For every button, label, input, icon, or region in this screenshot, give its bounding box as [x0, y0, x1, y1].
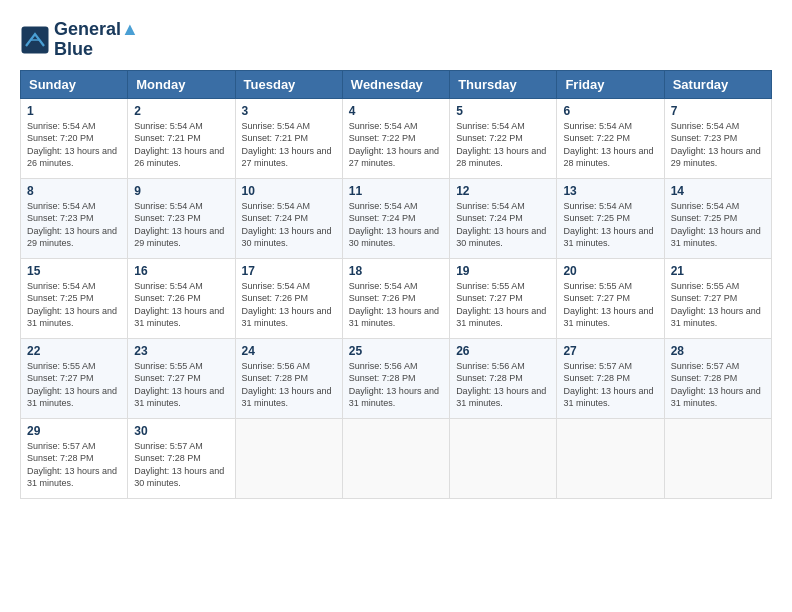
day-info: Sunrise: 5:54 AM Sunset: 7:23 PM Dayligh…	[27, 200, 121, 250]
logo: General▲ Blue	[20, 20, 139, 60]
calendar-cell: 18 Sunrise: 5:54 AM Sunset: 7:26 PM Dayl…	[342, 258, 449, 338]
day-number: 7	[671, 104, 765, 118]
day-info: Sunrise: 5:54 AM Sunset: 7:23 PM Dayligh…	[134, 200, 228, 250]
calendar-cell: 6 Sunrise: 5:54 AM Sunset: 7:22 PM Dayli…	[557, 98, 664, 178]
calendar-cell: 14 Sunrise: 5:54 AM Sunset: 7:25 PM Dayl…	[664, 178, 771, 258]
day-info: Sunrise: 5:56 AM Sunset: 7:28 PM Dayligh…	[456, 360, 550, 410]
day-number: 25	[349, 344, 443, 358]
calendar-cell: 8 Sunrise: 5:54 AM Sunset: 7:23 PM Dayli…	[21, 178, 128, 258]
calendar-cell: 12 Sunrise: 5:54 AM Sunset: 7:24 PM Dayl…	[450, 178, 557, 258]
day-number: 24	[242, 344, 336, 358]
day-number: 3	[242, 104, 336, 118]
day-number: 6	[563, 104, 657, 118]
day-info: Sunrise: 5:57 AM Sunset: 7:28 PM Dayligh…	[134, 440, 228, 490]
day-number: 19	[456, 264, 550, 278]
day-number: 26	[456, 344, 550, 358]
calendar-cell: 25 Sunrise: 5:56 AM Sunset: 7:28 PM Dayl…	[342, 338, 449, 418]
calendar-cell	[450, 418, 557, 498]
calendar-header-thursday: Thursday	[450, 70, 557, 98]
day-number: 27	[563, 344, 657, 358]
calendar-body: 1 Sunrise: 5:54 AM Sunset: 7:20 PM Dayli…	[21, 98, 772, 498]
day-number: 18	[349, 264, 443, 278]
calendar-header-friday: Friday	[557, 70, 664, 98]
day-info: Sunrise: 5:54 AM Sunset: 7:22 PM Dayligh…	[349, 120, 443, 170]
day-info: Sunrise: 5:57 AM Sunset: 7:28 PM Dayligh…	[27, 440, 121, 490]
day-info: Sunrise: 5:54 AM Sunset: 7:22 PM Dayligh…	[456, 120, 550, 170]
calendar-table: SundayMondayTuesdayWednesdayThursdayFrid…	[20, 70, 772, 499]
day-number: 15	[27, 264, 121, 278]
calendar-cell: 22 Sunrise: 5:55 AM Sunset: 7:27 PM Dayl…	[21, 338, 128, 418]
day-number: 4	[349, 104, 443, 118]
calendar-cell: 10 Sunrise: 5:54 AM Sunset: 7:24 PM Dayl…	[235, 178, 342, 258]
day-info: Sunrise: 5:55 AM Sunset: 7:27 PM Dayligh…	[134, 360, 228, 410]
day-info: Sunrise: 5:56 AM Sunset: 7:28 PM Dayligh…	[349, 360, 443, 410]
day-info: Sunrise: 5:55 AM Sunset: 7:27 PM Dayligh…	[456, 280, 550, 330]
day-info: Sunrise: 5:54 AM Sunset: 7:23 PM Dayligh…	[671, 120, 765, 170]
calendar-week-5: 29 Sunrise: 5:57 AM Sunset: 7:28 PM Dayl…	[21, 418, 772, 498]
day-number: 5	[456, 104, 550, 118]
day-number: 9	[134, 184, 228, 198]
calendar-cell	[342, 418, 449, 498]
day-info: Sunrise: 5:55 AM Sunset: 7:27 PM Dayligh…	[27, 360, 121, 410]
calendar-cell: 4 Sunrise: 5:54 AM Sunset: 7:22 PM Dayli…	[342, 98, 449, 178]
day-info: Sunrise: 5:54 AM Sunset: 7:21 PM Dayligh…	[242, 120, 336, 170]
calendar-cell: 11 Sunrise: 5:54 AM Sunset: 7:24 PM Dayl…	[342, 178, 449, 258]
day-info: Sunrise: 5:56 AM Sunset: 7:28 PM Dayligh…	[242, 360, 336, 410]
calendar-header-tuesday: Tuesday	[235, 70, 342, 98]
calendar-week-1: 1 Sunrise: 5:54 AM Sunset: 7:20 PM Dayli…	[21, 98, 772, 178]
day-info: Sunrise: 5:57 AM Sunset: 7:28 PM Dayligh…	[563, 360, 657, 410]
calendar-cell: 3 Sunrise: 5:54 AM Sunset: 7:21 PM Dayli…	[235, 98, 342, 178]
calendar-cell: 29 Sunrise: 5:57 AM Sunset: 7:28 PM Dayl…	[21, 418, 128, 498]
day-info: Sunrise: 5:54 AM Sunset: 7:26 PM Dayligh…	[134, 280, 228, 330]
day-number: 11	[349, 184, 443, 198]
calendar-cell: 16 Sunrise: 5:54 AM Sunset: 7:26 PM Dayl…	[128, 258, 235, 338]
calendar-header-wednesday: Wednesday	[342, 70, 449, 98]
day-number: 14	[671, 184, 765, 198]
calendar-cell: 21 Sunrise: 5:55 AM Sunset: 7:27 PM Dayl…	[664, 258, 771, 338]
day-info: Sunrise: 5:55 AM Sunset: 7:27 PM Dayligh…	[563, 280, 657, 330]
calendar-cell: 24 Sunrise: 5:56 AM Sunset: 7:28 PM Dayl…	[235, 338, 342, 418]
day-info: Sunrise: 5:54 AM Sunset: 7:20 PM Dayligh…	[27, 120, 121, 170]
calendar-cell: 2 Sunrise: 5:54 AM Sunset: 7:21 PM Dayli…	[128, 98, 235, 178]
day-number: 21	[671, 264, 765, 278]
calendar-cell	[235, 418, 342, 498]
calendar-header-sunday: Sunday	[21, 70, 128, 98]
day-info: Sunrise: 5:54 AM Sunset: 7:25 PM Dayligh…	[563, 200, 657, 250]
calendar-header-row: SundayMondayTuesdayWednesdayThursdayFrid…	[21, 70, 772, 98]
day-number: 16	[134, 264, 228, 278]
day-number: 8	[27, 184, 121, 198]
day-number: 10	[242, 184, 336, 198]
calendar-cell: 5 Sunrise: 5:54 AM Sunset: 7:22 PM Dayli…	[450, 98, 557, 178]
day-info: Sunrise: 5:54 AM Sunset: 7:21 PM Dayligh…	[134, 120, 228, 170]
day-info: Sunrise: 5:54 AM Sunset: 7:24 PM Dayligh…	[349, 200, 443, 250]
day-number: 28	[671, 344, 765, 358]
day-number: 22	[27, 344, 121, 358]
calendar-cell: 1 Sunrise: 5:54 AM Sunset: 7:20 PM Dayli…	[21, 98, 128, 178]
day-info: Sunrise: 5:54 AM Sunset: 7:24 PM Dayligh…	[242, 200, 336, 250]
day-info: Sunrise: 5:55 AM Sunset: 7:27 PM Dayligh…	[671, 280, 765, 330]
day-number: 20	[563, 264, 657, 278]
calendar-week-4: 22 Sunrise: 5:55 AM Sunset: 7:27 PM Dayl…	[21, 338, 772, 418]
calendar-cell: 17 Sunrise: 5:54 AM Sunset: 7:26 PM Dayl…	[235, 258, 342, 338]
day-info: Sunrise: 5:54 AM Sunset: 7:22 PM Dayligh…	[563, 120, 657, 170]
calendar-cell: 13 Sunrise: 5:54 AM Sunset: 7:25 PM Dayl…	[557, 178, 664, 258]
calendar-header-monday: Monday	[128, 70, 235, 98]
calendar-cell: 9 Sunrise: 5:54 AM Sunset: 7:23 PM Dayli…	[128, 178, 235, 258]
day-info: Sunrise: 5:54 AM Sunset: 7:24 PM Dayligh…	[456, 200, 550, 250]
day-number: 29	[27, 424, 121, 438]
day-number: 17	[242, 264, 336, 278]
day-info: Sunrise: 5:54 AM Sunset: 7:26 PM Dayligh…	[242, 280, 336, 330]
calendar-cell: 26 Sunrise: 5:56 AM Sunset: 7:28 PM Dayl…	[450, 338, 557, 418]
calendar-cell: 7 Sunrise: 5:54 AM Sunset: 7:23 PM Dayli…	[664, 98, 771, 178]
calendar-week-3: 15 Sunrise: 5:54 AM Sunset: 7:25 PM Dayl…	[21, 258, 772, 338]
calendar-cell: 28 Sunrise: 5:57 AM Sunset: 7:28 PM Dayl…	[664, 338, 771, 418]
day-number: 2	[134, 104, 228, 118]
calendar-cell: 27 Sunrise: 5:57 AM Sunset: 7:28 PM Dayl…	[557, 338, 664, 418]
calendar-header-saturday: Saturday	[664, 70, 771, 98]
day-number: 23	[134, 344, 228, 358]
day-info: Sunrise: 5:57 AM Sunset: 7:28 PM Dayligh…	[671, 360, 765, 410]
logo-text: General▲ Blue	[54, 20, 139, 60]
calendar-cell: 15 Sunrise: 5:54 AM Sunset: 7:25 PM Dayl…	[21, 258, 128, 338]
day-number: 30	[134, 424, 228, 438]
calendar-cell	[557, 418, 664, 498]
